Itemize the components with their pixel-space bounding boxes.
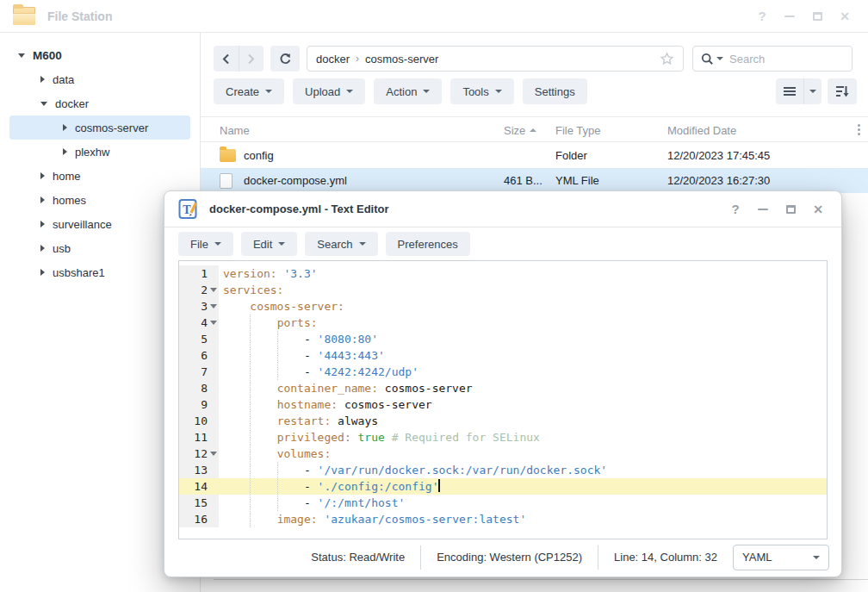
fold-toggle-icon[interactable] <box>208 304 219 308</box>
code-line[interactable]: 8 container_name: cosmos-server <box>179 380 827 396</box>
line-number: 15 <box>194 495 208 511</box>
chevron-down-icon[interactable] <box>18 53 25 58</box>
action-button[interactable]: Action <box>374 78 442 104</box>
file-size: 461 B... <box>504 168 542 193</box>
line-number-gutter: 9 <box>179 396 219 413</box>
sidebar-item-data[interactable]: data <box>9 67 190 91</box>
file-table-header: NameSizeFile TypeModified Date <box>201 116 868 142</box>
search-icon[interactable] <box>701 53 723 65</box>
chevron-right-icon[interactable] <box>40 269 45 276</box>
chevron-down-icon <box>214 242 221 246</box>
maximize-icon[interactable] <box>783 202 798 217</box>
sidebar-item-docker[interactable]: docker <box>9 91 190 115</box>
favorite-star-icon[interactable] <box>660 52 674 65</box>
button-label: Upload <box>305 85 340 98</box>
line-number-gutter: 10 <box>179 413 219 429</box>
sidebar-item-plexhw[interactable]: plexhw <box>9 140 190 164</box>
line-number-gutter: 13 <box>179 462 219 478</box>
create-button[interactable]: Create <box>214 78 284 104</box>
view-mode-caret-icon[interactable] <box>803 78 822 104</box>
chevron-right-icon[interactable] <box>40 245 45 252</box>
action-toolbar: CreateUploadActionToolsSettings <box>214 78 857 104</box>
code-line[interactable]: 12 volumes: <box>179 446 827 462</box>
sidebar-item-home[interactable]: home <box>9 164 190 188</box>
minimize-icon[interactable] <box>755 202 771 217</box>
token-plain: - <box>223 496 318 509</box>
search-box <box>692 46 852 72</box>
code-line[interactable]: 11 privileged: true # Required for SELin… <box>179 429 827 446</box>
sidebar-item-M600[interactable]: M600 <box>9 43 190 67</box>
line-number-gutter: 14 <box>179 478 219 495</box>
code-line[interactable]: 16 image: 'azukaar/cosmos-server:latest' <box>179 511 827 527</box>
upload-button[interactable]: Upload <box>293 78 365 104</box>
token-key: privileged: <box>277 431 351 444</box>
tools-button[interactable]: Tools <box>450 78 513 104</box>
file-station-title: File Station <box>47 9 112 23</box>
search-input[interactable] <box>729 53 815 65</box>
line-number: 7 <box>201 364 208 380</box>
code-line[interactable]: 9 hostname: cosmos-server <box>179 396 827 413</box>
chevron-right-icon[interactable] <box>40 172 45 179</box>
token-str: '4242:4242/udp' <box>318 365 418 378</box>
file-station-titlebar: File Station ? ✕ <box>0 0 868 33</box>
settings-button[interactable]: Settings <box>523 78 587 104</box>
minimize-icon[interactable] <box>782 9 797 24</box>
fold-toggle-icon[interactable] <box>208 452 219 456</box>
help-icon[interactable]: ? <box>754 9 770 24</box>
fold-toggle-icon[interactable] <box>208 321 219 325</box>
help-icon[interactable]: ? <box>728 202 743 217</box>
column-header-name[interactable]: Name <box>220 117 250 143</box>
screen: File Station ? ✕ M600datadockercosmos-se… <box>0 0 868 592</box>
sidebar-item-cosmos-server[interactable]: cosmos-server <box>9 115 190 140</box>
chevron-right-icon[interactable] <box>40 221 45 227</box>
token-key: restart: <box>277 414 332 427</box>
chevron-right-icon[interactable] <box>40 196 45 203</box>
line-number: 2 <box>201 282 208 298</box>
table-row[interactable]: docker-compose.yml461 B...YML File12/20/… <box>201 168 868 193</box>
line-number: 8 <box>201 380 208 396</box>
code-text: - '4242:4242/udp' <box>219 364 418 380</box>
code-line[interactable]: 1version: '3.3' <box>179 265 827 282</box>
line-number-gutter: 3 <box>179 298 219 315</box>
chevron-right-icon[interactable] <box>63 124 67 131</box>
column-options-icon[interactable] <box>858 124 860 135</box>
code-line[interactable]: 2services: <box>179 282 827 298</box>
menu-edit[interactable]: Edit <box>241 232 297 256</box>
breadcrumb-segment[interactable]: cosmos-server <box>365 53 438 65</box>
menu-search[interactable]: Search <box>305 232 377 256</box>
breadcrumb[interactable]: docker›cosmos-server <box>307 46 684 72</box>
menu-preferences[interactable]: Preferences <box>386 232 470 256</box>
close-icon[interactable]: ✕ <box>837 9 852 24</box>
code-text: privileged: true # Required for SELinux <box>219 429 540 446</box>
column-header-label: Name <box>220 124 250 137</box>
chevron-right-icon[interactable] <box>40 76 45 83</box>
line-number-gutter: 16 <box>179 511 219 527</box>
column-header-file-type[interactable]: File Type <box>555 117 601 143</box>
code-line[interactable]: 10 restart: always <box>179 413 827 429</box>
token-key: services: <box>223 284 283 296</box>
back-button[interactable] <box>214 46 239 72</box>
fold-toggle-icon[interactable] <box>208 288 219 292</box>
indent-guide <box>277 462 278 511</box>
column-header-size[interactable]: Size <box>504 117 536 143</box>
sort-button[interactable] <box>828 78 857 104</box>
code-line[interactable]: 4 ports: <box>179 315 827 331</box>
code-line[interactable]: 3 cosmos-server: <box>179 298 827 315</box>
breadcrumb-segment[interactable]: docker <box>316 53 350 65</box>
column-header-modified-date[interactable]: Modified Date <box>667 117 736 143</box>
chevron-down-icon[interactable] <box>40 102 47 106</box>
language-select[interactable]: YAML <box>733 545 829 570</box>
maximize-icon[interactable] <box>809 9 825 24</box>
forward-button[interactable] <box>239 46 264 72</box>
code-editor[interactable]: 1version: '3.3'2services:3 cosmos-server… <box>178 260 828 539</box>
close-icon[interactable]: ✕ <box>810 202 826 217</box>
token-str: 'azukaar/cosmos-server:latest' <box>324 513 526 526</box>
file-station-window-controls: ? ✕ <box>754 9 868 24</box>
refresh-button[interactable] <box>270 46 300 72</box>
menu-file[interactable]: File <box>178 232 233 256</box>
text-editor-window-controls: ? ✕ <box>728 202 841 217</box>
view-mode-icon[interactable] <box>776 78 803 104</box>
table-row[interactable]: configFolder12/20/2023 17:45:45 <box>201 143 868 168</box>
menu-label: Search <box>317 238 352 251</box>
chevron-right-icon[interactable] <box>63 148 67 155</box>
